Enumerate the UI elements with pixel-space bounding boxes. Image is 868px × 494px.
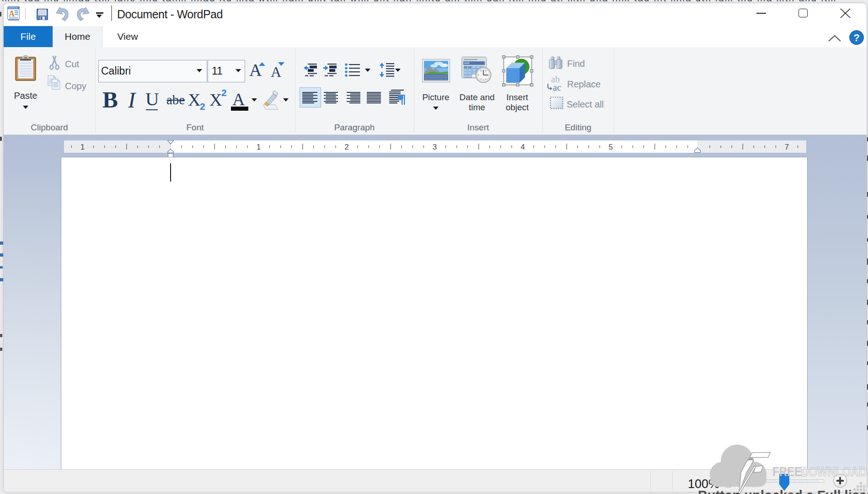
svg-text:3: 3 (433, 143, 437, 151)
svg-text:4: 4 (520, 143, 525, 151)
svg-text:A: A (9, 9, 15, 18)
svg-text:1: 1 (257, 143, 261, 151)
svg-text:5: 5 (609, 143, 613, 151)
svg-text:1: 1 (80, 143, 85, 151)
svg-text:7: 7 (785, 143, 789, 151)
svg-text:ac: ac (553, 82, 561, 92)
svg-text:2: 2 (344, 143, 348, 151)
